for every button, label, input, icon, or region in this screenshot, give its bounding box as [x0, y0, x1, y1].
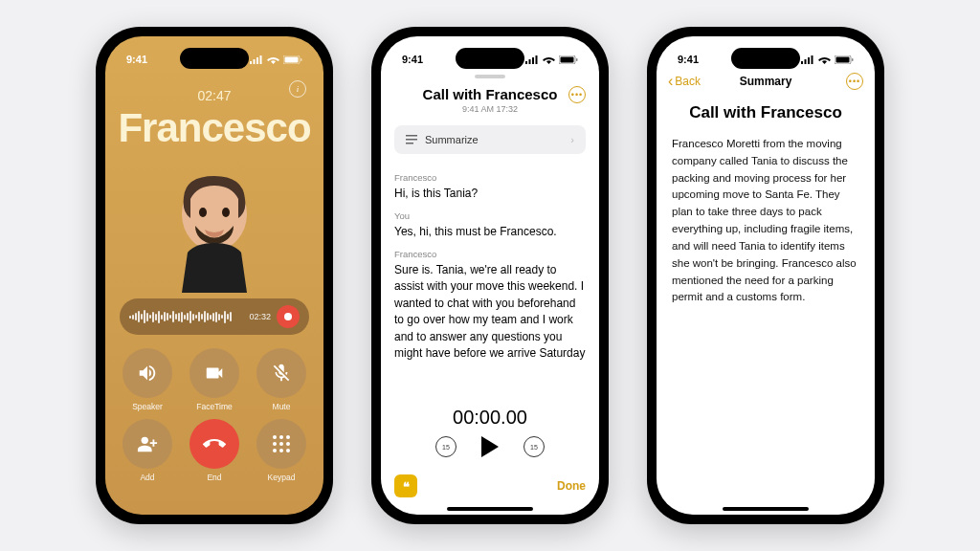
- caller-name: Francesco: [118, 105, 310, 151]
- svg-rect-26: [576, 58, 578, 61]
- svg-rect-1: [254, 59, 256, 64]
- dynamic-island: [456, 48, 524, 69]
- svg-rect-29: [406, 143, 413, 144]
- status-indicators: [525, 55, 578, 64]
- battery-icon: [559, 55, 578, 64]
- battery-icon: [835, 55, 854, 64]
- status-indicators: [250, 55, 302, 64]
- svg-rect-2: [256, 57, 258, 64]
- keypad-icon: [272, 434, 291, 453]
- svg-point-11: [273, 435, 277, 439]
- video-icon: [204, 363, 225, 384]
- mute-icon: [271, 363, 292, 384]
- quote-icon[interactable]: ❝: [394, 474, 417, 497]
- svg-rect-25: [561, 56, 574, 62]
- summary-title: Call with Francesco: [657, 103, 875, 122]
- note-title: Call with Francesco: [394, 86, 586, 102]
- status-time: 9:41: [402, 54, 423, 65]
- svg-point-13: [286, 435, 290, 439]
- svg-point-10: [142, 437, 148, 444]
- skip-forward-button[interactable]: 15: [523, 436, 545, 457]
- svg-rect-22: [532, 57, 534, 64]
- playback-time: 00:00.00: [381, 407, 599, 429]
- svg-rect-31: [805, 59, 807, 64]
- record-button[interactable]: [277, 305, 300, 328]
- speaker-label: Francesco: [394, 248, 586, 261]
- info-icon[interactable]: i: [289, 80, 306, 98]
- home-indicator[interactable]: [447, 507, 533, 511]
- transcript-line: Sure is. Tania, we're all ready to assis…: [394, 262, 586, 362]
- speaker-button[interactable]: Speaker: [120, 348, 175, 411]
- signal-icon: [250, 55, 263, 64]
- svg-point-9: [222, 208, 230, 217]
- more-icon[interactable]: •••: [568, 86, 586, 103]
- speaker-label: Francesco: [394, 171, 586, 185]
- svg-rect-6: [301, 58, 302, 61]
- svg-rect-30: [801, 61, 803, 64]
- svg-rect-27: [406, 135, 417, 137]
- svg-rect-23: [536, 55, 538, 64]
- svg-rect-28: [406, 139, 417, 141]
- transcript-line: Yes, hi, this must be Francesco.: [394, 224, 586, 240]
- svg-rect-21: [529, 59, 531, 64]
- signal-icon: [801, 55, 814, 64]
- phone-call-screen: 9:41 i 02:47 Francesco: [96, 27, 333, 524]
- home-indicator[interactable]: [723, 507, 809, 511]
- keypad-button[interactable]: Keypad: [254, 419, 309, 482]
- skip-back-button[interactable]: 15: [435, 436, 457, 457]
- svg-point-15: [279, 442, 283, 446]
- svg-rect-20: [525, 61, 527, 64]
- svg-point-17: [273, 449, 277, 452]
- nav-title: Summary: [740, 75, 792, 88]
- add-button[interactable]: Add: [120, 419, 175, 482]
- svg-rect-33: [812, 55, 813, 64]
- battery-icon: [283, 55, 302, 64]
- mute-button[interactable]: Mute: [254, 348, 309, 411]
- back-button[interactable]: ‹Back: [668, 73, 701, 90]
- svg-rect-3: [260, 55, 262, 64]
- more-icon[interactable]: •••: [846, 73, 863, 90]
- transcript-line: Hi, is this Tania?: [394, 186, 586, 202]
- svg-point-12: [279, 435, 283, 439]
- status-indicators: [801, 55, 854, 64]
- dynamic-island: [180, 48, 249, 69]
- facetime-button[interactable]: FaceTime: [187, 348, 242, 411]
- summarize-label: Summarize: [425, 134, 479, 145]
- svg-rect-5: [285, 56, 299, 62]
- summarize-button[interactable]: Summarize ›: [394, 125, 586, 154]
- speaker-icon: [137, 363, 158, 384]
- hangup-icon: [203, 432, 226, 455]
- svg-rect-0: [250, 61, 252, 64]
- waveform-icon: [129, 309, 243, 324]
- done-button[interactable]: Done: [557, 479, 586, 493]
- status-time: 9:41: [678, 54, 699, 65]
- note-subtitle: 9:41 AM 17:32: [394, 104, 586, 114]
- phone-transcript-screen: 9:41 Call with Francesco 9:41 AM 17:32 •…: [371, 27, 609, 524]
- sheet-grabber[interactable]: [475, 75, 505, 78]
- transcript-body[interactable]: Francesco Hi, is this Tania? You Yes, hi…: [381, 164, 599, 399]
- add-person-icon: [137, 433, 158, 454]
- call-duration: 02:47: [197, 88, 231, 103]
- svg-point-16: [286, 442, 290, 446]
- summary-body: Francesco Moretti from the moving compan…: [657, 122, 875, 320]
- dynamic-island: [731, 48, 800, 69]
- play-button[interactable]: [481, 436, 499, 457]
- svg-point-8: [199, 208, 207, 217]
- signal-icon: [525, 55, 539, 64]
- status-time: 9:41: [126, 54, 147, 65]
- svg-point-14: [273, 442, 277, 446]
- wifi-icon: [818, 55, 831, 64]
- svg-rect-35: [836, 56, 850, 62]
- chevron-left-icon: ‹: [668, 73, 673, 90]
- svg-point-18: [279, 449, 283, 452]
- speaker-label: You: [394, 209, 586, 223]
- svg-point-19: [286, 449, 290, 452]
- wifi-icon: [267, 55, 279, 64]
- recording-time: 02:32: [249, 312, 271, 321]
- svg-rect-32: [808, 57, 810, 64]
- recording-bar: 02:32: [120, 298, 309, 335]
- svg-rect-36: [852, 58, 854, 61]
- wifi-icon: [543, 55, 555, 64]
- phone-summary-screen: 9:41 ‹Back Summary ••• Call with Frances…: [647, 27, 884, 524]
- end-call-button[interactable]: End: [187, 419, 242, 482]
